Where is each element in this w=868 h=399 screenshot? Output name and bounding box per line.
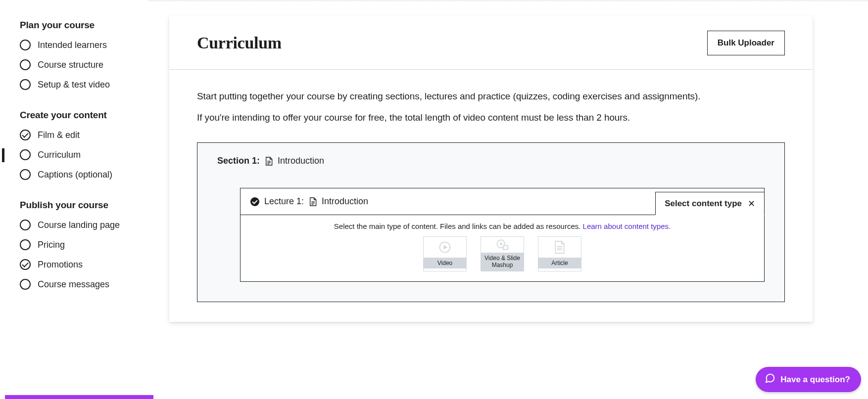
content-type-video-slide-mashup[interactable]: Video & Slide Mashup <box>481 236 524 271</box>
lecture-label: Lecture 1: <box>264 196 304 207</box>
content-hint: Select the main type of content. Files a… <box>250 222 754 230</box>
document-icon <box>309 197 317 207</box>
lecture-box: Lecture 1: Introduction <box>240 188 765 282</box>
help-button[interactable]: Have a question? <box>756 367 861 392</box>
status-circle-icon <box>20 149 31 160</box>
section-box: Section 1: Introduction Lec <box>197 142 785 302</box>
content-type-tab-label: Select content type <box>665 199 742 209</box>
intro-line-2: If you're intending to offer your course… <box>197 111 785 125</box>
content-type-label: Video & Slide Mashup <box>481 253 524 271</box>
sidebar-item-course-structure[interactable]: Course structure <box>20 59 148 70</box>
status-circle-icon <box>20 279 31 290</box>
sidebar-item-course-messages[interactable]: Course messages <box>20 279 148 290</box>
content-type-label: Video <box>424 258 466 268</box>
sidebar-item-course-landing-page[interactable]: Course landing page <box>20 220 148 230</box>
status-circle-icon <box>20 79 31 90</box>
status-circle-icon <box>20 220 31 230</box>
section-title: Introduction <box>278 156 324 166</box>
svg-rect-10 <box>503 246 508 250</box>
sidebar-item-label: Captions (optional) <box>38 170 112 180</box>
check-badge-icon <box>250 197 259 206</box>
sidebar-item-label: Curriculum <box>38 150 81 160</box>
mashup-icon <box>481 237 524 253</box>
lecture-header-row: Lecture 1: Introduction <box>241 188 764 215</box>
sidebar-group-plan: Plan your course Intended learners Cours… <box>20 20 148 90</box>
status-circle-icon <box>20 59 31 70</box>
close-icon[interactable]: ✕ <box>748 199 755 208</box>
sidebar-item-label: Film & edit <box>38 130 80 140</box>
chat-icon <box>765 373 775 386</box>
section-header[interactable]: Section 1: Introduction <box>217 156 765 166</box>
content-type-tab: Select content type ✕ <box>655 192 765 215</box>
sidebar-item-film-edit[interactable]: Film & edit <box>20 130 148 140</box>
sidebar-item-label: Course messages <box>38 279 109 290</box>
content-hint-text: Select the main type of content. Files a… <box>334 222 583 230</box>
sidebar-item-label: Promotions <box>38 260 83 270</box>
sidebar-bottom-accent <box>5 395 153 399</box>
content-type-article[interactable]: Article <box>538 236 581 271</box>
content-type-video[interactable]: Video <box>423 236 467 271</box>
sidebar-item-label: Setup & test video <box>38 80 110 90</box>
document-icon <box>265 156 273 166</box>
bulk-uploader-button[interactable]: Bulk Uploader <box>707 31 785 55</box>
lecture-body: Select the main type of content. Files a… <box>241 215 764 281</box>
status-circle-icon <box>20 169 31 180</box>
sidebar-group-title: Publish your course <box>20 200 148 211</box>
content-type-label: Article <box>538 258 581 268</box>
sidebar-group-title: Create your content <box>20 110 148 121</box>
status-circle-checked-icon <box>20 130 31 140</box>
status-circle-icon <box>20 239 31 250</box>
sidebar-item-label: Intended learners <box>38 40 107 50</box>
sidebar-item-label: Course structure <box>38 60 103 70</box>
content-type-options: Video Video & Slide Mashup <box>250 236 754 271</box>
play-circle-icon <box>424 237 466 258</box>
svg-marker-7 <box>443 245 447 250</box>
status-circle-icon <box>20 40 31 50</box>
sidebar-group-title: Plan your course <box>20 20 148 31</box>
page-title: Curriculum <box>197 34 282 52</box>
lecture-title-area[interactable]: Lecture 1: Introduction <box>241 188 378 215</box>
active-indicator <box>2 148 4 162</box>
section-label: Section 1: <box>217 156 260 166</box>
sidebar-item-promotions[interactable]: Promotions <box>20 259 148 270</box>
card-body: Start putting together your course by cr… <box>169 70 813 322</box>
lecture-title-text: Introduction <box>322 196 368 207</box>
sidebar-group-publish: Publish your course Course landing page … <box>20 200 148 290</box>
sidebar-item-curriculum[interactable]: Curriculum <box>20 149 148 160</box>
main-card: Curriculum Bulk Uploader Start putting t… <box>169 16 813 322</box>
sidebar-item-pricing[interactable]: Pricing <box>20 239 148 250</box>
sidebar: Plan your course Intended learners Cours… <box>0 0 148 310</box>
sidebar-item-captions[interactable]: Captions (optional) <box>20 169 148 180</box>
svg-marker-9 <box>500 242 503 246</box>
status-circle-checked-icon <box>20 259 31 270</box>
sidebar-group-create: Create your content Film & edit Curricul… <box>20 110 148 180</box>
sidebar-item-intended-learners[interactable]: Intended learners <box>20 40 148 50</box>
article-icon <box>538 237 581 258</box>
sidebar-item-setup-test-video[interactable]: Setup & test video <box>20 79 148 90</box>
help-label: Have a question? <box>780 375 850 385</box>
sidebar-item-label: Pricing <box>38 240 65 250</box>
content-types-link[interactable]: Learn about content types. <box>583 222 671 230</box>
intro-line-1: Start putting together your course by cr… <box>197 89 785 104</box>
card-header: Curriculum Bulk Uploader <box>169 16 813 70</box>
sidebar-item-label: Course landing page <box>38 220 120 230</box>
